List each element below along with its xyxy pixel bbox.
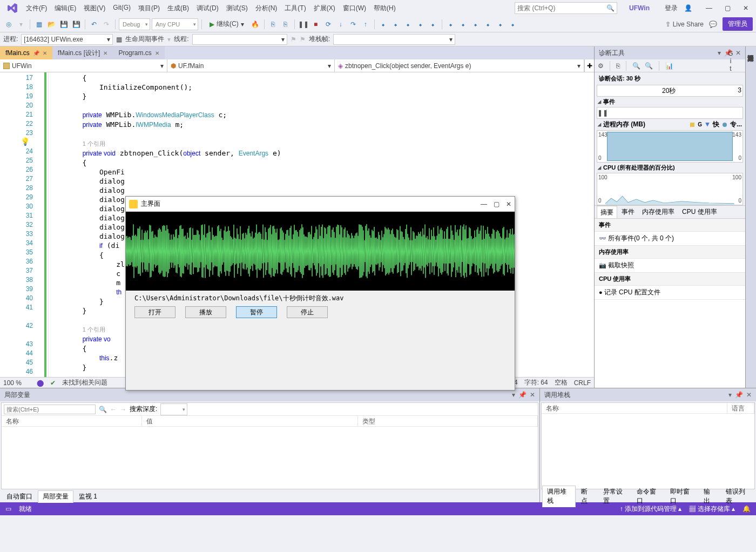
nav-left-icon[interactable]: ← bbox=[110, 406, 117, 413]
step-into-icon[interactable]: ↓ bbox=[335, 19, 346, 30]
back-icon[interactable]: ◎ bbox=[3, 19, 14, 30]
maximize-button[interactable]: ▢ bbox=[719, 2, 735, 15]
summary-events-row[interactable]: 👓 所有事件(0 个, 共 0 个) bbox=[595, 232, 745, 246]
callstack-tab[interactable]: 断点 bbox=[577, 486, 597, 507]
menu-item[interactable]: 工具(T) bbox=[281, 2, 309, 15]
callstack-tab[interactable]: 输出 bbox=[699, 486, 720, 507]
restart-icon[interactable]: ⟳ bbox=[323, 19, 334, 30]
t10-icon[interactable]: ⬥ bbox=[495, 19, 506, 30]
editor-tab[interactable]: Program.cs ✕ bbox=[113, 46, 164, 59]
t1-icon[interactable]: ⬥ bbox=[378, 19, 389, 30]
t6-icon[interactable]: ⬥ bbox=[446, 19, 456, 30]
lifecycle-icon[interactable]: ▦ bbox=[116, 36, 122, 43]
search-icon[interactable]: 🔍 bbox=[99, 406, 107, 413]
editor-tab[interactable]: fMain.cs 📌 ✕ bbox=[0, 46, 52, 59]
config-combo[interactable]: Debug bbox=[119, 18, 150, 30]
callstack-tab[interactable]: 异常设置 bbox=[599, 486, 631, 507]
t7-icon[interactable]: ⬥ bbox=[458, 19, 469, 30]
locals-tab[interactable]: 监视 1 bbox=[75, 491, 102, 502]
search-input[interactable] bbox=[517, 4, 606, 12]
diag-tab[interactable]: 事件 bbox=[618, 206, 638, 218]
t5-icon[interactable]: ⬥ bbox=[428, 19, 438, 30]
memory-header[interactable]: 进程内存 (MB) G 快 专... bbox=[595, 119, 745, 130]
step-icon[interactable]: ⎘ bbox=[268, 19, 279, 30]
t8-icon[interactable]: ⬥ bbox=[470, 19, 481, 30]
app-close[interactable]: ✕ bbox=[506, 200, 511, 208]
callstack-tab[interactable]: 错误列表 bbox=[721, 486, 754, 507]
app-titlebar[interactable]: 主界面 —▢✕ bbox=[126, 197, 515, 212]
summary-cpu-row[interactable]: ● 记录 CPU 配置文件 bbox=[595, 286, 745, 300]
vtab[interactable]: 解决方案资源管理器 bbox=[746, 50, 755, 385]
menu-item[interactable]: 扩展(X) bbox=[310, 2, 339, 15]
locals-tab[interactable]: 自动窗口 bbox=[2, 491, 37, 502]
menu-item[interactable]: 项目(P) bbox=[135, 2, 163, 15]
zoom-out-icon[interactable]: 🔍 bbox=[645, 62, 653, 70]
nav-project[interactable]: UFWin▾ bbox=[0, 59, 167, 72]
t11-icon[interactable]: ⬥ bbox=[508, 19, 518, 30]
select-repo[interactable]: ▦ 选择存储库 ▴ bbox=[689, 504, 735, 514]
nav-right-icon[interactable]: → bbox=[120, 406, 126, 413]
new-icon[interactable]: ▦ bbox=[33, 19, 44, 30]
platform-combo[interactable]: Any CPU bbox=[152, 18, 198, 30]
diag-tab[interactable]: CPU 使用率 bbox=[679, 206, 720, 218]
step-out-icon[interactable]: ↑ bbox=[360, 19, 371, 30]
callstack-tab[interactable]: 命令窗口 bbox=[632, 486, 665, 507]
live-share-button[interactable]: ⇪ Live Share bbox=[665, 21, 704, 28]
stackframe-combo[interactable]: ▾ bbox=[333, 34, 455, 45]
menu-item[interactable]: 窗口(W) bbox=[340, 2, 369, 15]
app-maximize[interactable]: ▢ bbox=[494, 200, 500, 208]
depth-combo[interactable] bbox=[160, 403, 187, 415]
minimize-button[interactable]: — bbox=[701, 2, 717, 15]
menu-item[interactable]: 分析(N) bbox=[252, 2, 281, 15]
cpu-header[interactable]: CPU (所有处理器的百分比) bbox=[595, 163, 745, 173]
global-search[interactable]: 🔍 bbox=[515, 2, 617, 14]
continue-button[interactable]: ▶继续(C) ▾ bbox=[205, 19, 248, 29]
t4-icon[interactable]: ⬥ bbox=[415, 19, 426, 30]
redo-icon[interactable]: ↷ bbox=[101, 19, 112, 30]
locals-search[interactable] bbox=[4, 405, 96, 414]
gear-icon[interactable]: ⚙ bbox=[598, 62, 604, 70]
diag-tab[interactable]: 摘要 bbox=[597, 206, 617, 219]
add-source-control[interactable]: ↑ 添加到源代码管理 ▴ bbox=[620, 504, 682, 514]
app-minimize[interactable]: — bbox=[481, 200, 487, 208]
step2-icon[interactable]: ⎘ bbox=[280, 19, 291, 30]
callstack-tab[interactable]: 调用堆栈 bbox=[542, 486, 576, 507]
close-icon[interactable]: ✕ bbox=[735, 49, 741, 57]
fwd-icon[interactable]: ▾ bbox=[16, 19, 26, 30]
menu-item[interactable]: 调试(D) bbox=[193, 2, 222, 15]
open-icon[interactable]: 📂 bbox=[46, 19, 57, 30]
notifications-icon[interactable]: 🔔 bbox=[742, 505, 751, 513]
events-header[interactable]: 事件 bbox=[595, 97, 745, 107]
feedback-icon[interactable]: 💬 bbox=[709, 21, 717, 28]
diag-timeline[interactable]: 20秒3 bbox=[597, 85, 743, 97]
menu-item[interactable]: Git(G) bbox=[110, 2, 134, 15]
menu-item[interactable]: 生成(B) bbox=[164, 2, 192, 15]
hot-reload-icon[interactable]: 🔥 bbox=[250, 19, 261, 30]
pause-icon[interactable]: ❚❚ bbox=[597, 109, 607, 117]
app-button-0[interactable]: 打开 bbox=[134, 306, 176, 318]
pause-icon[interactable]: ❚❚ bbox=[298, 19, 309, 30]
vtab[interactable]: Git 更改 bbox=[726, 50, 735, 385]
summary-mem-row[interactable]: 📷 截取快照 bbox=[595, 259, 745, 273]
sign-in[interactable]: 登录 bbox=[662, 4, 681, 13]
save-all-icon[interactable]: 💾 bbox=[71, 19, 82, 30]
undo-icon[interactable]: ↶ bbox=[89, 19, 99, 30]
app-button-1[interactable]: 播放 bbox=[185, 306, 226, 318]
dropdown-icon[interactable]: ▾ bbox=[718, 49, 721, 57]
menu-item[interactable]: 文件(F) bbox=[23, 2, 50, 15]
locals-tab[interactable]: 局部变量 bbox=[38, 490, 73, 503]
menu-item[interactable]: 测试(S) bbox=[223, 2, 251, 15]
export-icon[interactable]: ⎘ bbox=[616, 62, 620, 70]
split-icon[interactable]: ✚ bbox=[584, 59, 594, 72]
menu-item[interactable]: 编辑(E) bbox=[51, 2, 79, 15]
close-button[interactable]: ✕ bbox=[738, 2, 754, 15]
callstack-tab[interactable]: 即时窗口 bbox=[666, 486, 698, 507]
menu-item[interactable]: 帮助(H) bbox=[370, 2, 399, 15]
chart-icon[interactable]: 📊 bbox=[665, 62, 673, 70]
nav-method[interactable]: ◈zbtnopen_Click(object sender, EventArgs… bbox=[335, 59, 584, 72]
t3-icon[interactable]: ⬥ bbox=[403, 19, 414, 30]
process-combo[interactable]: [164632] UFWin.exe▾ bbox=[21, 34, 113, 45]
app-button-3[interactable]: 停止 bbox=[287, 306, 328, 318]
app-button-2[interactable]: 暂停 bbox=[236, 306, 277, 318]
menu-item[interactable]: 视图(V) bbox=[80, 2, 109, 15]
